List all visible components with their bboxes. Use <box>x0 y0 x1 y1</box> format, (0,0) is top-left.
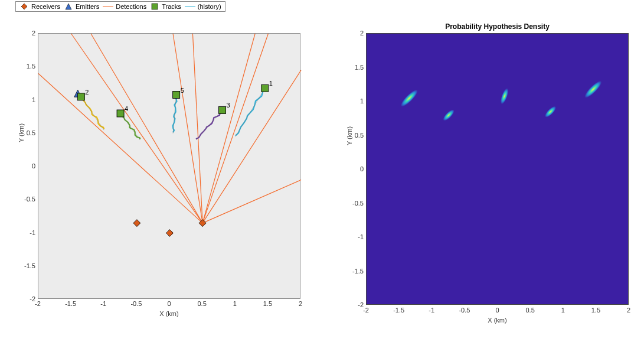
x-tick: 2 <box>295 300 306 307</box>
y-tick: -2 <box>15 295 35 302</box>
svg-line-9 <box>38 74 202 223</box>
legend-item-detections: Detections <box>103 3 146 10</box>
x-tick: 1 <box>229 300 241 307</box>
line-icon <box>103 6 113 7</box>
svg-line-1 <box>71 34 203 223</box>
legend-label: Tracks <box>162 3 181 10</box>
svg-point-27 <box>541 103 559 120</box>
x-tick: -0.5 <box>130 300 142 307</box>
x-tick: -1 <box>426 307 437 314</box>
legend-item-history: (history) <box>185 3 221 10</box>
svg-line-11 <box>81 97 104 130</box>
x-axis-label: X (km) <box>366 317 629 324</box>
x-tick: -1.5 <box>393 307 405 314</box>
svg-rect-17 <box>77 93 84 100</box>
x-tick: -0.5 <box>459 307 470 314</box>
svg-text:1: 1 <box>269 80 273 87</box>
svg-text:4: 4 <box>125 105 128 112</box>
y-tick: 1 <box>15 96 35 103</box>
right-plot-title: Probability Hypothesis Density <box>366 22 629 31</box>
svg-line-13 <box>120 113 140 140</box>
svg-line-12 <box>196 110 223 140</box>
y-tick: 2 <box>15 30 35 37</box>
x-tick: -1 <box>97 300 109 307</box>
svg-rect-0 <box>152 4 158 9</box>
x-tick: 0.5 <box>524 307 536 314</box>
x-tick: 0 <box>492 307 504 314</box>
legend-item-emitters: Emitters <box>64 3 99 10</box>
x-tick: 1.5 <box>590 307 601 314</box>
y-tick: -1 <box>15 229 35 236</box>
y-tick: -0.5 <box>15 196 35 203</box>
y-tick: 0 <box>15 162 35 170</box>
x-tick: 1.5 <box>261 300 273 307</box>
y-tick: 1 <box>344 97 364 105</box>
x-tick: 0.5 <box>196 300 208 307</box>
svg-line-7 <box>202 70 301 223</box>
legend-label: Receivers <box>31 3 60 10</box>
svg-line-8 <box>202 180 301 223</box>
y-tick: 1.5 <box>15 63 35 70</box>
svg-line-5 <box>202 34 255 223</box>
svg-point-26 <box>396 85 422 111</box>
svg-text:2: 2 <box>85 89 89 96</box>
y-tick: -2 <box>344 301 364 308</box>
y-tick: -0.5 <box>344 200 364 207</box>
y-tick: 1.5 <box>344 64 364 71</box>
legend: Receivers Emitters Detections Tracks (hi… <box>15 1 225 12</box>
x-tick: -1.5 <box>65 300 77 307</box>
square-icon <box>150 3 159 10</box>
svg-point-29 <box>498 85 511 107</box>
x-tick: 2 <box>623 307 635 314</box>
y-tick: 0.5 <box>15 129 35 136</box>
legend-label: Emitters <box>76 3 99 10</box>
y-tick: 0 <box>344 165 364 172</box>
svg-line-6 <box>202 34 268 223</box>
phd-heatmap <box>366 33 629 305</box>
line-icon <box>185 6 195 7</box>
x-axis-label: X (km) <box>38 310 300 317</box>
svg-rect-19 <box>219 106 226 113</box>
svg-line-4 <box>192 34 202 223</box>
svg-line-3 <box>173 34 202 223</box>
y-tick: -1 <box>344 233 364 240</box>
svg-rect-23 <box>173 92 180 99</box>
legend-label: Detections <box>116 3 146 10</box>
tracks-plot: 12345 <box>38 33 300 299</box>
svg-text:5: 5 <box>181 87 184 94</box>
x-tick: 1 <box>557 307 569 314</box>
diamond-icon <box>19 3 29 10</box>
legend-item-tracks: Tracks <box>150 3 181 10</box>
svg-rect-21 <box>117 110 124 117</box>
x-tick: 0 <box>164 300 175 307</box>
legend-item-receivers: Receivers <box>19 3 60 10</box>
legend-label: (history) <box>198 3 221 10</box>
svg-line-14 <box>173 95 176 133</box>
svg-text:3: 3 <box>227 102 230 109</box>
svg-point-28 <box>440 106 457 124</box>
y-tick: -1.5 <box>344 268 364 275</box>
svg-line-2 <box>91 34 202 223</box>
triangle-icon <box>64 3 73 10</box>
svg-point-25 <box>580 76 606 102</box>
y-tick: 0.5 <box>344 132 364 139</box>
y-tick: 2 <box>344 30 364 37</box>
y-tick: -1.5 <box>15 262 35 269</box>
svg-rect-15 <box>261 84 269 92</box>
svg-line-10 <box>236 88 265 136</box>
